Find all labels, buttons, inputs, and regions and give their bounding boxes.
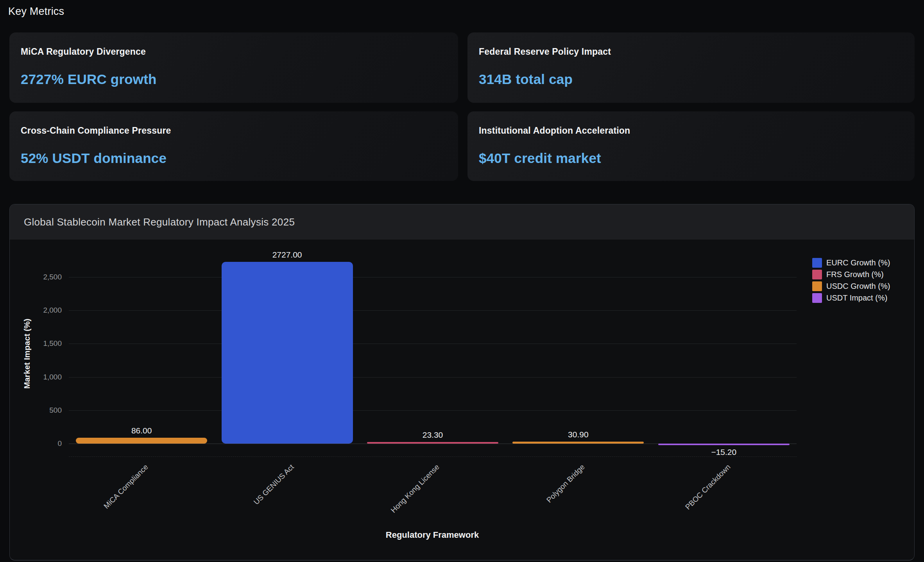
gridline xyxy=(69,377,797,378)
legend-item[interactable]: USDC Growth (%) xyxy=(812,281,890,291)
bar-pboc-crackdown[interactable] xyxy=(658,444,790,445)
metric-card: Federal Reserve Policy Impact 314B total… xyxy=(467,32,915,103)
metric-card: Institutional Adoption Acceleration $40T… xyxy=(467,111,915,181)
legend-label: USDC Growth (%) xyxy=(826,282,890,291)
bar-chart: Market Impact (%) Regulatory Framework E… xyxy=(10,204,914,560)
metric-card: MiCA Regulatory Divergence 2727% EURC gr… xyxy=(9,32,458,103)
bar-value-label: 23.30 xyxy=(423,430,443,440)
y-tick-label: 2,500 xyxy=(10,273,62,281)
x-axis-title: Regulatory Framework xyxy=(386,530,479,540)
metric-label: Cross-Chain Compliance Pressure xyxy=(21,125,171,136)
metric-value: 2727% EURC growth xyxy=(21,72,157,87)
y-tick-label: 1,500 xyxy=(10,339,62,348)
bar-hong-kong-license[interactable] xyxy=(367,442,498,444)
gridline xyxy=(69,277,797,277)
metric-value: $40T credit market xyxy=(479,150,601,166)
y-tick-label: 0 xyxy=(10,439,62,448)
x-tick-label: Polygon Bridge xyxy=(545,463,587,505)
metric-value: 52% USDT dominance xyxy=(21,150,167,166)
gridline xyxy=(69,344,797,344)
chart-panel: Global Stablecoin Market Regulatory Impa… xyxy=(9,204,915,560)
legend-label: USDT Impact (%) xyxy=(826,294,887,302)
metric-label: Federal Reserve Policy Impact xyxy=(479,47,611,57)
x-tick-label: PBOC Crackdown xyxy=(684,463,732,512)
x-tick-label: Hong Kong License xyxy=(389,463,441,515)
legend-swatch-icon xyxy=(812,281,822,291)
bar-value-label: 30.90 xyxy=(568,430,589,439)
x-tick-label: US GENIUS Act xyxy=(252,463,295,507)
legend-item[interactable]: FRS Growth (%) xyxy=(812,269,884,279)
y-tick-label: 500 xyxy=(10,406,62,415)
legend-swatch-icon xyxy=(812,258,822,268)
bar-us-genius-act[interactable] xyxy=(222,262,353,444)
bar-value-label: 2727.00 xyxy=(272,250,302,260)
legend-label: FRS Growth (%) xyxy=(826,270,884,279)
bar-value-label: 86.00 xyxy=(131,426,152,435)
bar-value-label: −15.20 xyxy=(711,447,736,457)
metric-card: Cross-Chain Compliance Pressure 52% USDT… xyxy=(9,111,458,181)
gridline xyxy=(69,410,797,411)
legend-item[interactable]: EURC Growth (%) xyxy=(812,258,890,268)
metric-value: 314B total cap xyxy=(479,72,573,87)
bar-mica-compliance[interactable] xyxy=(76,438,207,444)
bar-polygon-bridge[interactable] xyxy=(512,442,644,444)
legend-label: EURC Growth (%) xyxy=(826,258,890,267)
legend-item[interactable]: USDT Impact (%) xyxy=(812,293,887,303)
dashboard: Key Metrics MiCA Regulatory Divergence 2… xyxy=(0,0,924,562)
gridline xyxy=(69,310,797,311)
y-tick-label: 1,000 xyxy=(10,373,62,381)
metric-label: MiCA Regulatory Divergence xyxy=(21,47,146,57)
x-tick-label: MiCA Compliance xyxy=(102,463,150,510)
legend-swatch-icon xyxy=(812,293,822,303)
metric-label: Institutional Adoption Acceleration xyxy=(479,125,630,136)
legend-swatch-icon xyxy=(812,270,822,279)
y-tick-label: 2,000 xyxy=(10,306,62,315)
page-title: Key Metrics xyxy=(8,5,64,18)
axis-bottom-line xyxy=(69,456,797,457)
